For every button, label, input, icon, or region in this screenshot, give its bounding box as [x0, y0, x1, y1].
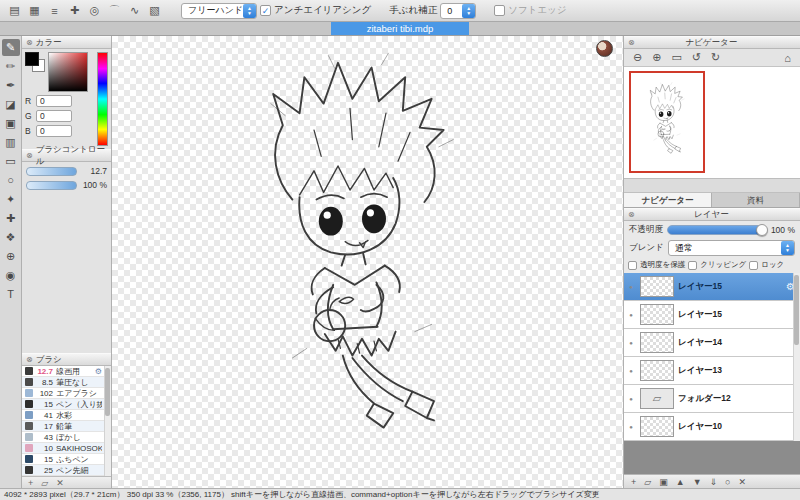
brush-item[interactable]: 25 ペン先細 — [22, 465, 111, 476]
visibility-dot-icon[interactable]: ● — [626, 312, 636, 318]
brush-item[interactable]: 8.5 筆圧なし — [22, 377, 111, 388]
saturation-value-picker[interactable] — [48, 52, 88, 92]
layer-row[interactable]: ● レイヤー15 ⚙ — [624, 273, 800, 301]
close-icon[interactable]: ⊗ — [26, 149, 33, 162]
visibility-dot-icon[interactable]: ● — [626, 340, 636, 346]
viewport-rectangle[interactable] — [629, 71, 705, 173]
reset-view-icon[interactable]: ⌂ — [784, 52, 791, 64]
brush-item[interactable]: 15 ふちペン — [22, 454, 111, 465]
fill-tool[interactable]: ▣ — [2, 115, 20, 132]
text-tool[interactable]: T — [2, 286, 20, 303]
visibility-dot-icon[interactable]: ● — [626, 284, 636, 290]
brush-item[interactable]: 12.7 線画用 ⚙ — [22, 366, 111, 377]
brush-item[interactable]: 41 水彩 — [22, 410, 111, 421]
chevron-up-down-icon: ▲▼ — [781, 241, 794, 255]
delete-layer-icon[interactable]: ✕ — [739, 477, 747, 487]
add-layer-icon[interactable]: + — [631, 477, 636, 487]
clipping-checkbox[interactable] — [688, 261, 697, 270]
move-tool[interactable]: ✚ — [2, 210, 20, 227]
scrollbar-thumb[interactable] — [794, 275, 799, 345]
ellipse-snap-icon[interactable]: ⌒ — [106, 2, 123, 19]
slider-knob[interactable] — [756, 224, 768, 236]
brush-item[interactable]: 10 SAKIHOSOKU — [22, 443, 111, 454]
lock-checkbox[interactable] — [749, 261, 758, 270]
clear-layer-icon[interactable]: ○ — [725, 477, 730, 487]
lock-label: ロック — [761, 260, 784, 270]
cross-snap-icon[interactable]: ✚ — [66, 2, 83, 19]
snap-settings-icon[interactable]: ▧ — [146, 2, 163, 19]
grid-icon[interactable]: ▤ — [6, 2, 23, 19]
brush-name: ぼかし — [56, 432, 102, 443]
draw-mode-select[interactable]: フリーハンド ▲▼ — [181, 3, 257, 19]
protect-alpha-checkbox[interactable] — [628, 261, 637, 270]
rotate-ccw-icon[interactable]: ↺ — [692, 51, 701, 64]
scrollbar-thumb[interactable] — [105, 368, 110, 416]
gradient-tool[interactable]: ▥ — [2, 134, 20, 151]
green-input[interactable]: 0 — [36, 110, 72, 122]
layer-row[interactable]: ● レイヤー13 — [624, 357, 800, 385]
layer-opacity-slider[interactable] — [667, 225, 767, 235]
pen-tool[interactable]: ✒ — [2, 77, 20, 94]
layer-row-folder[interactable]: ● ▱ フォルダー12 — [624, 385, 800, 413]
visibility-dot-icon[interactable]: ● — [626, 396, 636, 402]
brush-list-scrollbar[interactable] — [104, 366, 111, 476]
zoom-in-icon[interactable]: ⊕ — [652, 51, 661, 64]
curve-snap-icon[interactable]: ∿ — [126, 2, 143, 19]
zoom-out-icon[interactable]: ⊖ — [633, 51, 642, 64]
layer-panel-title: レイヤー — [638, 209, 785, 221]
layer-row[interactable]: ● レイヤー15 — [624, 301, 800, 329]
fit-window-icon[interactable]: ▭ — [671, 51, 681, 64]
canvas[interactable] — [112, 36, 623, 488]
delete-brush-icon[interactable]: ✕ — [56, 478, 64, 488]
select-tool[interactable]: ▭ — [2, 153, 20, 170]
zoom-tool[interactable]: ⊕ — [2, 248, 20, 265]
brush-opacity-slider[interactable] — [26, 181, 77, 190]
parallel-snap-icon[interactable]: ≡ — [46, 2, 63, 19]
navigator-preview[interactable] — [624, 67, 800, 179]
duplicate-layer-icon[interactable]: ▣ — [659, 477, 668, 487]
close-icon[interactable]: ⊗ — [26, 353, 33, 366]
blend-mode-select[interactable]: 通常 ▲▼ — [668, 240, 795, 256]
brush-size-slider[interactable] — [26, 167, 77, 176]
close-icon[interactable]: ⊗ — [628, 36, 635, 49]
move-layer-down-icon[interactable]: ▼ — [693, 477, 702, 487]
layer-list-scrollbar[interactable] — [793, 273, 800, 441]
brush-item[interactable]: 15 ペン（入り抜き — [22, 399, 111, 410]
rotate-cw-icon[interactable]: ↻ — [711, 51, 720, 64]
visibility-dot-icon[interactable]: ● — [626, 424, 636, 430]
pixel-grid-icon[interactable]: ▦ — [26, 2, 43, 19]
visibility-dot-icon[interactable]: ● — [626, 368, 636, 374]
close-icon[interactable]: ⊗ — [26, 36, 33, 49]
tab-navigator[interactable]: ナビゲーター — [624, 193, 712, 207]
gear-icon[interactable]: ⚙ — [95, 367, 102, 376]
eyedropper-tool[interactable]: ◉ — [2, 267, 20, 284]
add-folder-icon[interactable]: ▱ — [644, 477, 651, 487]
pencil-tool[interactable]: ✏ — [2, 58, 20, 75]
lasso-tool[interactable]: ○ — [2, 172, 20, 189]
merge-down-icon[interactable]: ⇓ — [710, 477, 718, 487]
soft-edge-checkbox[interactable] — [494, 5, 505, 16]
layer-opacity-label: 不透明度 — [629, 224, 663, 236]
magic-wand-tool[interactable]: ✦ — [2, 191, 20, 208]
eraser-tool[interactable]: ◪ — [2, 96, 20, 113]
brush-item[interactable]: 17 鉛筆 — [22, 421, 111, 432]
foreground-color-swatch[interactable] — [25, 52, 39, 66]
hand-tool[interactable]: ❖ — [2, 229, 20, 246]
tab-materials[interactable]: 資料 — [712, 193, 800, 207]
hue-slider[interactable] — [97, 52, 108, 146]
document-tab[interactable]: zitaberi tibi.mdp — [331, 22, 470, 35]
brush-folder-icon[interactable]: ▱ — [41, 478, 48, 488]
close-icon[interactable]: ⊗ — [628, 208, 635, 221]
red-input[interactable]: 0 — [36, 95, 72, 107]
add-brush-icon[interactable]: + — [28, 478, 33, 488]
antialias-checkbox[interactable]: ✓ — [260, 5, 271, 16]
layer-row[interactable]: ● レイヤー10 — [624, 413, 800, 441]
blue-input[interactable]: 0 — [36, 125, 72, 137]
move-layer-up-icon[interactable]: ▲ — [676, 477, 685, 487]
brush-item[interactable]: 43 ぼかし — [22, 432, 111, 443]
stabilizer-select[interactable]: 0 ▲▼ — [440, 3, 476, 19]
brush-item[interactable]: 102 エアブラシ — [22, 388, 111, 399]
brush-tool[interactable]: ✎ — [2, 39, 20, 56]
layer-row[interactable]: ● レイヤー14 — [624, 329, 800, 357]
radial-snap-icon[interactable]: ◎ — [86, 2, 103, 19]
